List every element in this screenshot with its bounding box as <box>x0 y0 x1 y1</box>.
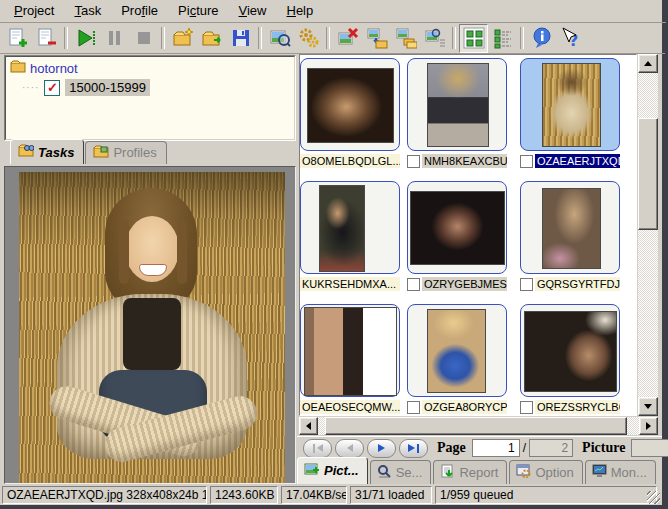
menu-project[interactable]: Project <box>4 1 64 21</box>
horizontal-scroll-thumb[interactable] <box>325 417 627 435</box>
page-total-field <box>529 439 573 457</box>
delete-picture-button[interactable] <box>333 24 362 53</box>
info-button[interactable] <box>527 24 556 53</box>
toolbar-separator <box>520 27 524 49</box>
pause-tasks-button[interactable] <box>100 24 129 53</box>
folder-new-icon <box>172 27 194 49</box>
delete-picture-icon <box>337 27 359 49</box>
tree-item-label: 15000-15999 <box>65 79 150 96</box>
tab-monitor[interactable]: Mon... <box>585 460 656 484</box>
thumbnail-cell[interactable] <box>407 304 507 397</box>
list-view-button[interactable] <box>488 24 517 53</box>
thumbnail-item[interactable]: NMH8KEAXCBUA... <box>407 58 507 170</box>
picture-list-icon <box>424 27 446 49</box>
thumbnail-checkbox[interactable] <box>520 278 533 291</box>
settings-button[interactable] <box>294 24 323 53</box>
thumbnail-photo <box>542 188 601 269</box>
thumbnail-cell[interactable] <box>300 181 400 274</box>
task-checkbox[interactable]: ✓ <box>44 80 60 96</box>
thumbnail-cell[interactable] <box>300 58 400 151</box>
thumbnail-item[interactable]: OEAEOSECQMW... <box>300 304 400 416</box>
resize-grip[interactable] <box>647 491 660 504</box>
previous-page-button[interactable] <box>335 439 364 458</box>
thumbnail-checkbox[interactable] <box>407 155 420 168</box>
tab-pictures[interactable]: Pict... <box>297 457 368 484</box>
menu-help[interactable]: Help <box>277 1 324 21</box>
tab-report[interactable]: Report <box>433 460 507 484</box>
thumbnail-view-button[interactable] <box>459 24 488 53</box>
scroll-right-button[interactable] <box>639 417 658 435</box>
thumbnail-cell[interactable] <box>520 58 620 151</box>
menu-profile[interactable]: Profile <box>111 1 168 21</box>
remove-project-button[interactable] <box>32 24 61 53</box>
move-picture-button[interactable] <box>362 24 391 53</box>
view-picture-button[interactable] <box>265 24 294 53</box>
next-page-icon <box>378 444 389 452</box>
scroll-up-button[interactable] <box>638 54 658 73</box>
tab-profiles[interactable]: Profiles <box>85 141 166 164</box>
vertical-scroll-thumb[interactable] <box>638 118 658 230</box>
thumbnail-photo <box>427 63 489 147</box>
thumbnail-cell[interactable] <box>300 304 400 397</box>
tree-connector: ···· <box>22 82 39 93</box>
scroll-left-button[interactable] <box>299 417 318 435</box>
tab-search-label: Se... <box>396 465 423 480</box>
stop-icon <box>133 27 155 49</box>
menu-picture[interactable]: Picture <box>168 1 228 21</box>
thumbnail-item[interactable]: OZRYGEBJMESN... <box>407 181 507 293</box>
right-arrow-icon <box>646 422 655 430</box>
thumbnail-checkbox[interactable] <box>520 155 533 168</box>
next-page-button[interactable] <box>367 439 396 458</box>
thumbnail-item[interactable]: KUKRSEHDMXA... <box>300 181 400 293</box>
vertical-scrollbar[interactable] <box>638 54 658 416</box>
status-queued: 1/959 queued <box>435 486 657 504</box>
thumbnail-checkbox[interactable] <box>407 278 420 291</box>
thumbnail-cell[interactable] <box>520 304 620 397</box>
menu-task[interactable]: Task <box>64 1 111 21</box>
report-icon <box>440 464 455 481</box>
picture-magnifier-icon <box>269 27 291 49</box>
new-project-button[interactable] <box>3 24 32 53</box>
tree-node-task[interactable]: ···· ✓ 15000-15999 <box>8 79 292 96</box>
thumbnail-item-selected[interactable]: OZAEAERJTXQD.... <box>520 58 620 170</box>
stop-tasks-button[interactable] <box>129 24 158 53</box>
thumbnail-photo <box>304 307 397 396</box>
open-profile-button[interactable] <box>197 24 226 53</box>
thumbnail-cell[interactable] <box>520 181 620 274</box>
thumbnail-filename: KUKRSEHDMXA... <box>300 277 400 291</box>
picture-list-button[interactable] <box>420 24 449 53</box>
thumbnail-cell[interactable] <box>407 181 507 274</box>
tab-tasks[interactable]: Tasks <box>10 139 84 164</box>
status-speed: 17.04KB/sec <box>281 486 347 504</box>
page-input[interactable] <box>472 439 520 457</box>
tab-search[interactable]: Se... <box>370 460 432 484</box>
first-page-button[interactable] <box>303 439 332 458</box>
scroll-down-button[interactable] <box>638 397 658 416</box>
menu-view[interactable]: View <box>229 1 277 21</box>
thumbnail-item[interactable]: OREZSSRYCLBC.... <box>520 304 620 416</box>
profiles-folder-icon <box>93 145 109 161</box>
copy-pictures-button[interactable] <box>391 24 420 53</box>
save-button[interactable] <box>226 24 255 53</box>
thumbnail-item[interactable]: OZGEA8ORYCPJ.... <box>407 304 507 416</box>
tab-option[interactable]: Option <box>509 460 582 484</box>
horizontal-scrollbar[interactable] <box>299 417 658 435</box>
new-profile-button[interactable] <box>168 24 197 53</box>
tab-profiles-label: Profiles <box>113 145 156 160</box>
status-file-size: 1243.60KB <box>210 486 278 504</box>
thumbnail-checkbox[interactable] <box>407 401 420 414</box>
copy-to-folders-icon <box>395 27 417 49</box>
thumbnail-photo <box>542 63 601 147</box>
thumbnail-checkbox[interactable] <box>520 401 533 414</box>
tree-node-hotornot[interactable]: hotornot <box>8 60 292 76</box>
thumbnail-item[interactable]: O8OMELBQDLGL... <box>300 58 400 170</box>
last-page-button[interactable] <box>399 439 428 458</box>
start-tasks-button[interactable] <box>71 24 100 53</box>
thumbnail-item[interactable]: GQRSGYRTFDJG... <box>520 181 620 293</box>
remove-project-icon <box>36 27 58 49</box>
page-label: Page <box>437 440 466 456</box>
context-help-button[interactable]: ? <box>556 24 585 53</box>
thumbnail-cell[interactable] <box>407 58 507 151</box>
folder-open-icon <box>201 27 223 49</box>
help-pointer-icon: ? <box>560 27 582 49</box>
